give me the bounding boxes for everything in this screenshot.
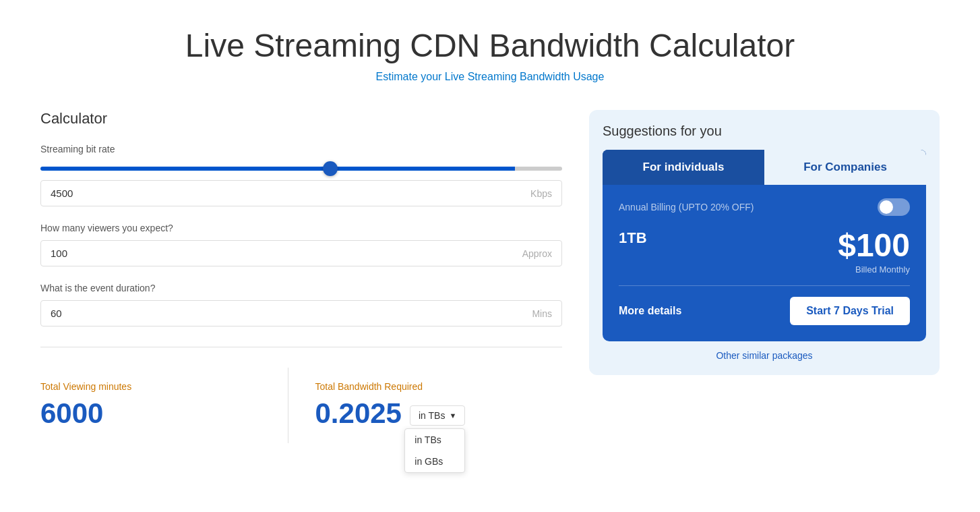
calculator-title: Calculator <box>40 110 562 127</box>
bitrate-slider[interactable] <box>40 167 562 171</box>
plan-storage: 1TB <box>619 229 647 247</box>
annual-billing-row: Annual Billing (UPTO 20% OFF) <box>619 198 910 216</box>
duration-field-group: What is the event duration? Mins <box>40 283 562 326</box>
bitrate-field-group: Streaming bit rate Kbps <box>40 144 562 206</box>
viewers-unit: Approx <box>513 241 561 266</box>
other-packages-link[interactable]: Other similar packages <box>716 350 812 361</box>
duration-unit: Mins <box>522 302 561 326</box>
duration-input[interactable] <box>41 301 522 326</box>
tab-companies[interactable]: For Companies <box>764 150 926 185</box>
more-details-button[interactable]: More details <box>619 297 681 325</box>
plan-info-row: 1TB $100 Billed Monthly <box>619 229 910 275</box>
suggestions-section: Suggestions for you For individuals For … <box>589 110 940 375</box>
viewers-field-group: How many viewers you expect? Approx <box>40 223 562 266</box>
unit-dropdown-menu: in TBs in GBs <box>404 428 465 473</box>
plan-price-col: $100 Billed Monthly <box>838 229 910 275</box>
bitrate-input[interactable] <box>41 181 521 206</box>
bandwidth-value: 0.2025 <box>315 397 402 430</box>
plan-billed: Billed Monthly <box>838 264 910 275</box>
bitrate-label: Streaming bit rate <box>40 144 562 154</box>
unit-dropdown-button[interactable]: in TBs ▼ <box>410 405 465 426</box>
bitrate-unit: Kbps <box>521 181 561 206</box>
unit-dropdown-label: in TBs <box>419 410 445 421</box>
annual-billing-label: Annual Billing (UPTO 20% OFF) <box>619 202 754 212</box>
suggestions-panel: Suggestions for you For individuals For … <box>589 110 940 375</box>
viewers-input[interactable] <box>41 241 513 266</box>
tab-companies-label: For Companies <box>803 161 887 173</box>
viewing-minutes-value: 6000 <box>40 397 288 430</box>
unit-option-gbs[interactable]: in GBs <box>405 451 464 472</box>
tab-individuals-label: For individuals <box>643 161 725 173</box>
viewing-minutes-result: Total Viewing minutes 6000 <box>40 368 288 443</box>
trial-button[interactable]: Start 7 Days Trial <box>790 297 910 325</box>
unit-option-tbs[interactable]: in TBs <box>405 429 464 451</box>
results-section: Total Viewing minutes 6000 Total Bandwid… <box>40 368 562 443</box>
bandwidth-result: Total Bandwidth Required 0.2025 in TBs ▼… <box>288 368 563 443</box>
plan-actions: More details Start 7 Days Trial <box>619 297 910 325</box>
unit-dropdown-wrapper: in TBs ▼ in TBs in GBs <box>410 405 465 426</box>
chevron-down-icon: ▼ <box>449 411 456 420</box>
annual-billing-toggle[interactable] <box>878 198 910 216</box>
tab-individuals[interactable]: For individuals <box>603 150 764 185</box>
page-subtitle: Estimate your Live Streaming Bandwidth U… <box>40 71 940 83</box>
tab-content: Annual Billing (UPTO 20% OFF) 1TB $100 B… <box>603 185 926 341</box>
plan-tabs: For individuals For Companies <box>603 150 926 185</box>
plan-price: $100 <box>838 229 910 262</box>
viewers-label: How many viewers you expect? <box>40 223 562 233</box>
other-packages-link-wrapper: Other similar packages <box>603 349 926 362</box>
toggle-slider <box>878 198 910 216</box>
duration-label: What is the event duration? <box>40 283 562 293</box>
page-title: Live Streaming CDN Bandwidth Calculator <box>40 27 940 64</box>
viewing-minutes-label: Total Viewing minutes <box>40 381 288 392</box>
suggestions-title: Suggestions for you <box>603 123 926 139</box>
bandwidth-label: Total Bandwidth Required <box>315 381 563 392</box>
